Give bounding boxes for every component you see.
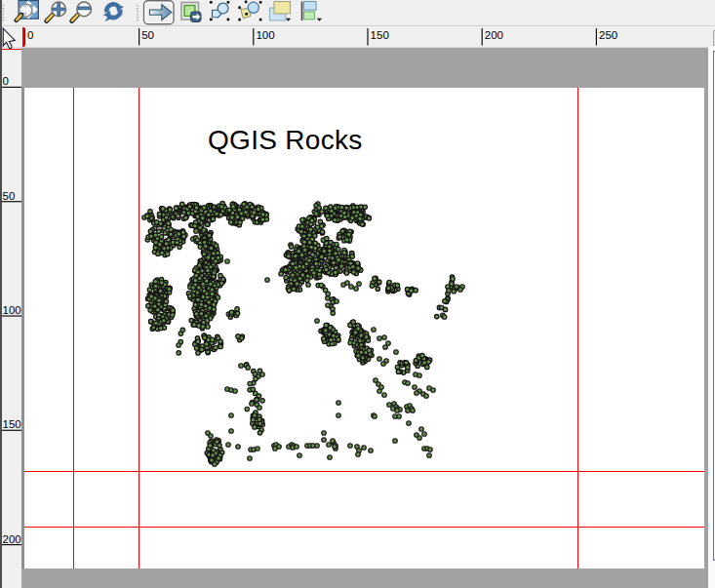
svg-text:150: 150	[3, 418, 21, 430]
svg-text:200: 200	[3, 533, 21, 545]
svg-text:150: 150	[371, 29, 389, 41]
svg-text:0: 0	[27, 29, 33, 41]
svg-text:100: 100	[3, 304, 21, 316]
svg-text:0: 0	[3, 75, 9, 87]
svg-text:100: 100	[256, 29, 274, 41]
svg-text:50: 50	[141, 29, 154, 41]
svg-text:50: 50	[3, 190, 16, 202]
svg-text:250: 250	[599, 29, 617, 41]
svg-text:200: 200	[485, 29, 503, 41]
